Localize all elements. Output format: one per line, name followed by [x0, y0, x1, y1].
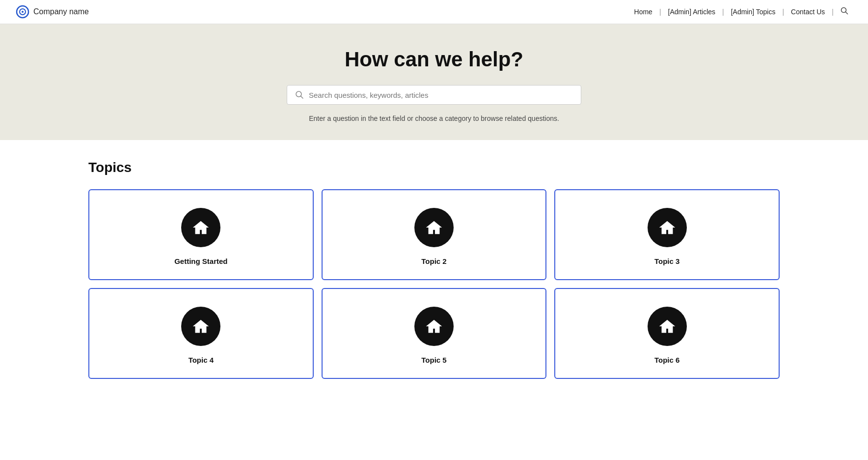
nav-home[interactable]: Home: [630, 6, 656, 18]
topic-icon-getting-started: [181, 208, 220, 247]
main-content: Topics Getting Started Topic 2 Topic 3 T…: [0, 140, 868, 408]
search-bar[interactable]: [287, 85, 581, 105]
nav-sep-3: |: [781, 8, 785, 16]
nav-search-icon[interactable]: [837, 5, 852, 19]
topic-label-topic-5: Topic 5: [421, 356, 446, 364]
topic-card-topic-2[interactable]: Topic 2: [322, 189, 547, 280]
svg-line-6: [301, 96, 303, 99]
nav-links: Home | [Admin] Articles | [Admin] Topics…: [630, 5, 852, 19]
brand-name: Company name: [33, 7, 89, 16]
topic-icon-topic-5: [414, 307, 454, 346]
brand-icon: [16, 5, 29, 19]
topic-card-getting-started[interactable]: Getting Started: [88, 189, 314, 280]
hero-subtitle: Enter a question in the text field or ch…: [16, 115, 852, 122]
topic-label-topic-2: Topic 2: [421, 257, 446, 265]
nav-admin-topics[interactable]: [Admin] Topics: [727, 6, 780, 18]
nav-admin-articles[interactable]: [Admin] Articles: [664, 6, 719, 18]
svg-point-2: [22, 11, 24, 13]
topic-card-topic-4[interactable]: Topic 4: [88, 288, 314, 379]
hero-title: How can we help?: [16, 48, 852, 71]
nav-contact-us[interactable]: Contact Us: [787, 6, 829, 18]
topic-label-topic-4: Topic 4: [189, 356, 214, 364]
navbar: Company name Home | [Admin] Articles | […: [0, 0, 868, 24]
topic-label-topic-3: Topic 3: [654, 257, 679, 265]
topic-label-getting-started: Getting Started: [174, 257, 227, 265]
topic-card-topic-6[interactable]: Topic 6: [554, 288, 780, 379]
topic-card-topic-3[interactable]: Topic 3: [554, 189, 780, 280]
nav-sep-2: |: [721, 8, 725, 16]
search-input[interactable]: [309, 91, 573, 99]
search-icon: [295, 90, 304, 99]
nav-sep-1: |: [658, 8, 662, 16]
nav-sep-4: |: [831, 8, 835, 16]
hero-section: How can we help? Enter a question in the…: [0, 24, 868, 140]
topics-section-title: Topics: [88, 160, 780, 175]
topic-icon-topic-2: [414, 208, 454, 247]
topic-label-topic-6: Topic 6: [654, 356, 679, 364]
topic-card-topic-5[interactable]: Topic 5: [322, 288, 547, 379]
topic-icon-topic-4: [181, 307, 220, 346]
topic-icon-topic-3: [648, 208, 687, 247]
svg-line-4: [846, 12, 848, 14]
topic-icon-topic-6: [648, 307, 687, 346]
topics-grid: Getting Started Topic 2 Topic 3 Topic 4 …: [88, 189, 780, 379]
brand: Company name: [16, 5, 89, 19]
